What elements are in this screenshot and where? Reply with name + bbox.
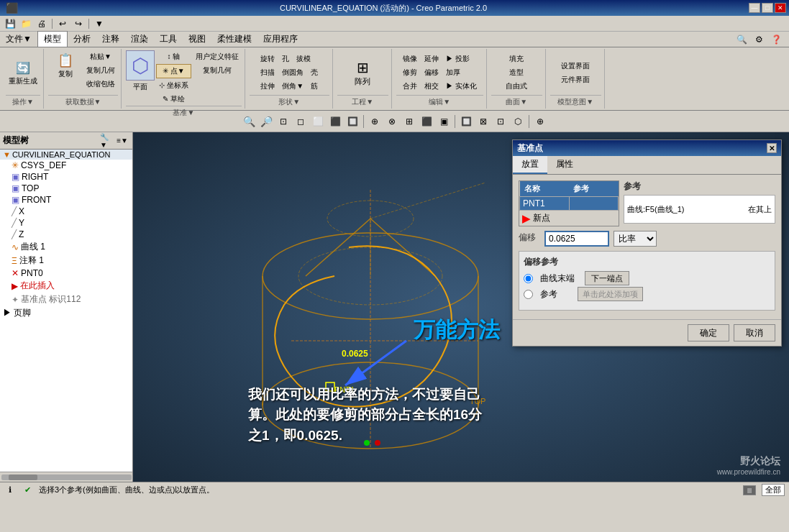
tree-item-curve1[interactable]: ∿ 曲线 1 (0, 240, 132, 254)
tree-item-top[interactable]: ▣ TOP (0, 183, 132, 194)
minimize-button[interactable]: — (749, 3, 760, 13)
save-qat-button[interactable]: 💾 (3, 17, 17, 30)
view6-btn[interactable]: ⊗ (384, 114, 400, 129)
view3-btn[interactable]: ⬛ (327, 114, 343, 129)
view8-btn[interactable]: ⬛ (419, 114, 434, 129)
blend-button[interactable]: 拉伸 (257, 80, 278, 93)
tree-item-root[interactable]: ▼ CURVILINEAR_EQUATION (0, 150, 132, 160)
menu-annotation[interactable]: 注释 (96, 32, 125, 47)
menu-render[interactable]: 渲染 (125, 32, 154, 47)
mirror-button[interactable]: 镜像 (400, 52, 420, 65)
rotate-button[interactable]: 旋转 (257, 52, 278, 65)
confirm-button[interactable]: 确定 (688, 324, 729, 341)
qat-extra-button[interactable]: ▼ (92, 17, 106, 30)
close-button[interactable]: ✕ (775, 3, 786, 13)
radio-reference[interactable] (524, 290, 533, 299)
point-row-pnt1[interactable]: PNT1 (520, 197, 619, 211)
offset-button[interactable]: 偏移 (421, 66, 442, 79)
round-button[interactable]: 倒圆角 (279, 66, 306, 79)
tree-item-pnt0[interactable]: ✕ PNT0 (0, 267, 132, 279)
model-display-button[interactable]: 设置界面 (558, 60, 593, 73)
dialog-close-button[interactable]: ✕ (767, 143, 777, 153)
tree-config-btn[interactable]: 🔧▼ (99, 134, 114, 147)
redo-button[interactable]: ↪ (71, 17, 86, 30)
open-qat-button[interactable]: 📁 (19, 17, 33, 30)
offset-type-select[interactable]: 比率 实数 (614, 231, 657, 247)
tree-item-z[interactable]: ╱ Z (0, 229, 132, 240)
cancel-button[interactable]: 取消 (734, 324, 775, 341)
view5-btn[interactable]: ⊕ (367, 114, 383, 129)
copy-button[interactable]: 📋 复制 (48, 50, 83, 81)
view14-btn[interactable]: ⊕ (532, 114, 548, 129)
tree-item-y[interactable]: ╱ Y (0, 217, 132, 229)
tree-item-datum[interactable]: ✦ 基准点 标识112 (0, 293, 132, 306)
view13-btn[interactable]: ⬡ (510, 114, 526, 129)
project-button[interactable]: ▶ 投影 (443, 52, 473, 65)
zoom-fit-btn[interactable]: ⊡ (275, 114, 291, 129)
tree-item-x[interactable]: ╱ X (0, 206, 132, 217)
tree-item-footer[interactable]: ▶ 页脚 (0, 306, 132, 320)
viewport[interactable]: PNT1 TOP 0.0625 我们还可以用比率的方法，不过要自己 算。此处的要… (133, 132, 789, 482)
next-endpoint-button[interactable]: 下一端点 (585, 271, 629, 285)
sweep-button[interactable]: 扫描 (257, 66, 278, 79)
print-qat-button[interactable]: 🖨 (35, 17, 49, 30)
menu-view[interactable]: 视图 (183, 32, 211, 47)
new-point-row[interactable]: ▶ 新点 (519, 211, 619, 226)
chamfer-button[interactable]: 倒角▼ (279, 80, 306, 93)
extrude-button[interactable]: 孔 (279, 52, 292, 65)
paste-button[interactable]: 粘贴▼ (83, 50, 118, 63)
regenerate-button[interactable]: 🔄 重新生成 (6, 58, 40, 88)
view4-btn[interactable]: 🔲 (345, 114, 360, 129)
point-button[interactable]: ✳ 点▼ (156, 64, 191, 78)
zoom-in-btn[interactable]: 🔎 (258, 114, 274, 129)
extend-button[interactable]: 延伸 (421, 52, 442, 65)
freestyle-button[interactable]: 自由式 (503, 80, 530, 93)
menu-tools[interactable]: 工具 (154, 32, 183, 47)
add-item-button[interactable]: 单击此处添加项 (578, 287, 643, 301)
intersect-button[interactable]: 相交 (421, 80, 442, 93)
view2-btn[interactable]: ⬜ (310, 114, 326, 129)
dialog-tab-placement[interactable]: 放置 (513, 156, 547, 174)
zoom-out-btn[interactable]: 🔍 (241, 114, 257, 129)
rib-button[interactable]: 筋 (308, 80, 321, 93)
solidify-button[interactable]: ▶ 实体化 (443, 80, 480, 93)
view7-btn[interactable]: ⊞ (401, 114, 417, 129)
settings-btn[interactable]: ⚙ (752, 33, 766, 46)
tree-item-insert[interactable]: ▶ 在此插入 (0, 279, 132, 293)
user-feature-button[interactable]: 用户定义特征 (193, 50, 242, 63)
view12-btn[interactable]: ⊡ (493, 114, 508, 129)
tree-item-front[interactable]: ▣ FRONT (0, 194, 132, 206)
view1-btn[interactable]: ◻ (293, 114, 309, 129)
shrink-button[interactable]: 收缩包络 (83, 78, 118, 91)
shape2-button[interactable]: 造型 (503, 66, 530, 79)
fillet-button[interactable]: 拔模 (293, 52, 314, 65)
radio-curve-end[interactable] (524, 274, 533, 283)
horizontal-scrollbar[interactable] (0, 472, 133, 482)
model-view-button[interactable]: 元件界面 (558, 73, 593, 86)
copy-geo-button[interactable]: 复制几何 (83, 64, 118, 77)
pattern-button[interactable]: ⊞ 阵列 (352, 58, 373, 88)
undo-button[interactable]: ↩ (55, 17, 70, 30)
repair-button[interactable]: 修剪 (400, 66, 420, 79)
view9-btn[interactable]: ▣ (436, 114, 452, 129)
axis-button[interactable]: ↕ 轴 (156, 50, 191, 63)
help-btn[interactable]: ❓ (769, 33, 783, 46)
menu-model[interactable]: 模型 (37, 31, 68, 47)
tree-expand-btn[interactable]: ≡▼ (115, 134, 129, 147)
tree-item-right[interactable]: ▣ RIGHT (0, 171, 132, 183)
menu-flexible[interactable]: 柔性建模 (211, 32, 257, 47)
help-search-btn[interactable]: 🔍 (734, 33, 749, 46)
merge-button[interactable]: 合并 (400, 80, 420, 93)
view11-btn[interactable]: ⊠ (475, 114, 491, 129)
view10-btn[interactable]: 🔲 (458, 114, 474, 129)
maximize-button[interactable]: □ (762, 3, 773, 13)
tree-item-csys[interactable]: ✳ CSYS_DEF (0, 160, 132, 171)
thicken-button[interactable]: 加厚 (443, 66, 463, 79)
menu-analysis[interactable]: 分析 (68, 32, 96, 47)
coordsys-button[interactable]: ⊹ 坐标系 (156, 79, 191, 92)
tree-item-note1[interactable]: Ξ 注释 1 (0, 254, 132, 267)
shell-button[interactable]: 壳 (308, 66, 321, 79)
plane-button[interactable]: ⬡ (126, 50, 155, 81)
offset-input[interactable] (544, 231, 609, 247)
fill-button[interactable]: 填充 (503, 52, 530, 65)
